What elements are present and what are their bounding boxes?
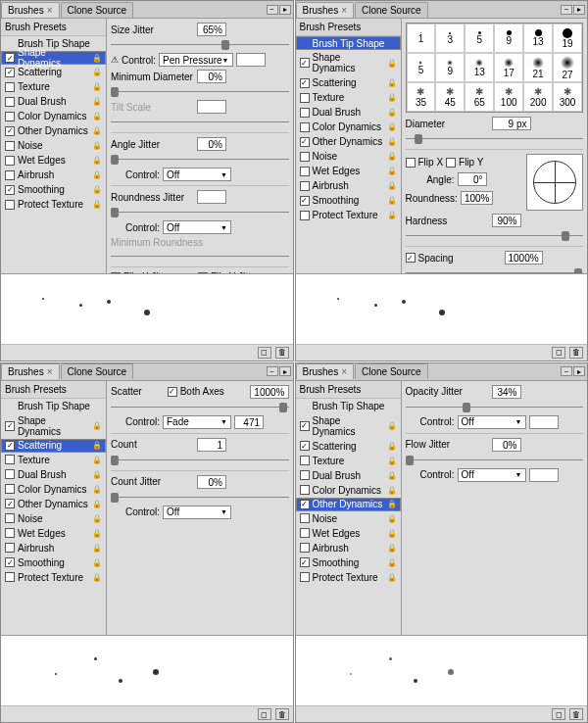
menu-icon[interactable]: ▸ — [573, 366, 585, 376]
sidebar-smoothing[interactable]: ✓Smoothing🔒 — [1, 555, 106, 570]
control-dropdown[interactable]: Off▼ — [458, 468, 526, 482]
sidebar-other-dynamics[interactable]: ✓Other Dynamics🔒 — [1, 123, 106, 138]
sidebar-protect-texture[interactable]: Protect Texture🔒 — [1, 570, 106, 585]
control-dropdown[interactable]: Fade▼ — [163, 415, 231, 429]
brush-preset[interactable]: 19 — [553, 24, 582, 53]
checkbox-icon[interactable] — [5, 543, 15, 553]
tab-clone-source[interactable]: Clone Source — [355, 363, 428, 379]
checkbox-icon[interactable]: ✓ — [300, 441, 310, 451]
checkbox-icon[interactable]: ✓ — [300, 500, 310, 509]
checkbox-icon[interactable]: ✓ — [300, 557, 310, 567]
checkbox-icon[interactable] — [300, 485, 310, 495]
sidebar-color-dynamics[interactable]: Color Dynamics🔒 — [296, 483, 401, 498]
checkbox-icon[interactable] — [5, 141, 15, 151]
sidebar-protect-texture[interactable]: Protect Texture🔒 — [296, 208, 401, 222]
sidebar-noise[interactable]: Noise🔒 — [1, 138, 106, 153]
brush-preset[interactable]: 1 — [407, 24, 436, 53]
minimize-icon[interactable]: − — [267, 5, 278, 15]
new-icon[interactable]: ◻ — [258, 347, 271, 359]
angle-jitter-slider[interactable] — [111, 154, 289, 166]
sidebar-brush-tip-shape[interactable]: Brush Tip Shape — [1, 399, 106, 413]
fade-value[interactable]: 471 — [234, 415, 264, 429]
size-jitter-value[interactable]: 65% — [197, 23, 226, 36]
brush-preset[interactable]: 27 — [553, 53, 582, 82]
roundness-jitter-value[interactable] — [197, 190, 226, 204]
brush-preset-grid[interactable]: 1 3 5 9 13 19 5 9 13 17 21 27 ✱35 ✱45 ✱6… — [406, 23, 584, 113]
checkbox-icon[interactable] — [5, 572, 15, 582]
min-diameter-value[interactable]: 0% — [197, 70, 226, 83]
checkbox-icon[interactable]: ✓ — [5, 421, 15, 431]
checkbox-icon[interactable]: ✓ — [5, 499, 15, 508]
brush-preset[interactable]: ✱45 — [435, 82, 465, 112]
tab-brushes[interactable]: Brushes× — [296, 363, 355, 379]
sidebar-brush-tip-shape[interactable]: Brush Tip Shape — [296, 399, 401, 413]
spacing-value[interactable]: 1000% — [505, 251, 543, 265]
checkbox-icon[interactable]: ✓ — [5, 68, 15, 77]
diameter-value[interactable]: 9 px — [492, 117, 531, 130]
sidebar-shape-dynamics[interactable]: ✓Shape Dynamics🔒 — [296, 413, 401, 439]
checkbox-icon[interactable]: ✓ — [300, 78, 310, 88]
menu-icon[interactable]: ▸ — [279, 5, 291, 15]
sidebar-scattering[interactable]: ✓Scattering🔒 — [1, 439, 106, 453]
checkbox-icon[interactable] — [300, 513, 310, 523]
opacity-jitter-slider[interactable] — [406, 402, 584, 413]
checkbox-icon[interactable] — [5, 200, 15, 210]
close-icon[interactable]: × — [341, 5, 347, 16]
sidebar-brush-tip-shape[interactable]: Brush Tip Shape — [296, 36, 401, 50]
sidebar-shape-dynamics[interactable]: ✓Shape Dynamics🔒 — [1, 51, 106, 65]
checkbox-icon[interactable] — [300, 122, 310, 132]
scatter-slider[interactable] — [111, 402, 289, 413]
sidebar-scattering[interactable]: ✓Scattering🔒 — [296, 439, 401, 454]
roundness-value[interactable]: 100% — [461, 191, 494, 205]
sidebar-noise[interactable]: Noise🔒 — [1, 511, 106, 526]
checkbox-icon[interactable] — [5, 528, 15, 538]
sidebar-airbrush[interactable]: Airbrush🔒 — [296, 541, 401, 555]
trash-icon[interactable]: 🗑 — [569, 708, 583, 720]
sidebar-color-dynamics[interactable]: Color Dynamics🔒 — [1, 482, 106, 497]
brush-presets-header[interactable]: Brush Presets — [1, 381, 106, 399]
brush-preset[interactable]: 13 — [465, 53, 494, 82]
count-jitter-value[interactable]: 0% — [197, 475, 226, 489]
hardness-value[interactable]: 90% — [492, 214, 521, 227]
sidebar-dual-brush[interactable]: Dual Brush🔒 — [1, 467, 106, 482]
brush-preset[interactable]: ✱100 — [494, 82, 523, 112]
control-dropdown[interactable]: Off▼ — [458, 415, 526, 429]
tab-brushes[interactable]: Brushes× — [1, 2, 60, 18]
checkbox-icon[interactable] — [300, 572, 310, 582]
trash-icon[interactable]: 🗑 — [569, 347, 583, 359]
sidebar-noise[interactable]: Noise🔒 — [296, 149, 401, 164]
minimize-icon[interactable]: − — [561, 366, 572, 376]
tab-clone-source[interactable]: Clone Source — [61, 363, 134, 379]
sidebar-shape-dynamics[interactable]: ✓Shape Dynamics🔒 — [296, 50, 401, 75]
control-value[interactable] — [236, 53, 266, 67]
sidebar-dual-brush[interactable]: Dual Brush🔒 — [296, 468, 401, 483]
brush-preset[interactable]: 13 — [523, 24, 553, 53]
checkbox-icon[interactable] — [5, 513, 15, 523]
brush-presets-header[interactable]: Brush Presets — [296, 381, 401, 399]
control-dropdown[interactable]: Pen Pressure▼ — [159, 53, 233, 67]
checkbox-icon[interactable]: ✓ — [5, 185, 15, 195]
tab-brushes[interactable]: Brushes× — [1, 363, 60, 379]
sidebar-smoothing[interactable]: ✓Smoothing🔒 — [1, 182, 106, 197]
brush-preset[interactable]: ✱200 — [523, 82, 553, 112]
roundness-jitter-slider[interactable] — [111, 207, 289, 218]
brush-preset[interactable]: 9 — [435, 53, 465, 82]
new-icon[interactable]: ◻ — [258, 708, 271, 720]
sidebar-other-dynamics[interactable]: ✓Other Dynamics🔒 — [296, 498, 401, 511]
checkbox-icon[interactable] — [5, 82, 15, 92]
both-axes-checkbox[interactable]: ✓ — [168, 387, 177, 397]
brush-preset[interactable]: 5 — [407, 53, 436, 82]
brush-preset[interactable]: 21 — [523, 53, 553, 82]
sidebar-smoothing[interactable]: ✓Smoothing🔒 — [296, 193, 401, 208]
checkbox-icon[interactable]: ✓ — [300, 137, 310, 147]
close-icon[interactable]: × — [47, 366, 53, 377]
sidebar-scattering[interactable]: ✓Scattering🔒 — [1, 65, 106, 79]
scatter-value[interactable]: 1000% — [250, 385, 288, 399]
checkbox-icon[interactable] — [300, 93, 310, 103]
sidebar-color-dynamics[interactable]: Color Dynamics🔒 — [296, 120, 401, 134]
checkbox-icon[interactable]: ✓ — [5, 126, 15, 136]
checkbox-icon[interactable] — [300, 152, 310, 162]
sidebar-airbrush[interactable]: Airbrush🔒 — [296, 178, 401, 193]
min-diameter-slider[interactable] — [111, 86, 289, 98]
minimize-icon[interactable]: − — [267, 366, 278, 376]
